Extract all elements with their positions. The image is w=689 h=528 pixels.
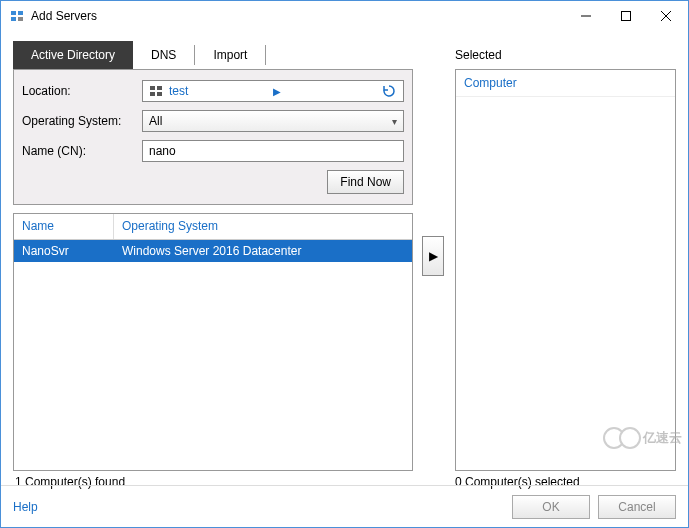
svg-rect-8 <box>150 86 155 90</box>
ou-icon <box>149 84 163 98</box>
refresh-icon[interactable] <box>381 83 397 99</box>
location-field[interactable]: test ▶ <box>142 80 404 102</box>
os-select[interactable]: All ▾ <box>142 110 404 132</box>
tab-import[interactable]: Import <box>195 41 265 69</box>
cancel-button[interactable]: Cancel <box>598 495 676 519</box>
name-input[interactable] <box>142 140 404 162</box>
result-name: NanoSvr <box>14 244 114 258</box>
location-label: Location: <box>22 84 142 98</box>
svg-rect-3 <box>18 17 23 21</box>
location-value: test <box>169 84 269 98</box>
tab-bar: Active Directory DNS Import <box>13 41 413 69</box>
window-title: Add Servers <box>31 9 566 23</box>
minimize-button[interactable] <box>566 2 606 30</box>
app-icon <box>9 8 25 24</box>
svg-rect-5 <box>622 12 631 21</box>
svg-rect-1 <box>18 11 23 15</box>
find-now-button[interactable]: Find Now <box>327 170 404 194</box>
arrow-right-icon: ▶ <box>429 249 438 263</box>
watermark: 亿速云 <box>603 427 682 449</box>
svg-rect-11 <box>157 92 162 96</box>
tab-active-directory[interactable]: Active Directory <box>13 41 133 69</box>
name-label: Name (CN): <box>22 144 142 158</box>
tab-dns[interactable]: DNS <box>133 41 194 69</box>
svg-rect-0 <box>11 11 16 15</box>
help-link[interactable]: Help <box>13 500 38 514</box>
column-header-os[interactable]: Operating System <box>114 214 412 239</box>
svg-rect-10 <box>150 92 155 96</box>
result-row[interactable]: NanoSvr Windows Server 2016 Datacenter <box>14 240 412 262</box>
svg-rect-2 <box>11 17 16 21</box>
filter-panel: Location: test ▶ Operating System: All ▾… <box>13 69 413 205</box>
selected-list: Computer <box>455 69 676 471</box>
result-os: Windows Server 2016 Datacenter <box>114 244 412 258</box>
chevron-right-icon: ▶ <box>273 86 281 97</box>
close-button[interactable] <box>646 2 686 30</box>
svg-rect-9 <box>157 86 162 90</box>
chevron-down-icon: ▾ <box>392 116 397 127</box>
tab-separator <box>265 45 266 65</box>
results-list: Name Operating System NanoSvr Windows Se… <box>13 213 413 471</box>
title-bar: Add Servers <box>1 1 688 31</box>
column-header-computer[interactable]: Computer <box>456 70 675 97</box>
os-value: All <box>149 114 162 128</box>
selected-label: Selected <box>455 41 676 69</box>
os-label: Operating System: <box>22 114 142 128</box>
ok-button[interactable]: OK <box>512 495 590 519</box>
add-to-selected-button[interactable]: ▶ <box>422 236 444 276</box>
column-header-name[interactable]: Name <box>14 214 114 239</box>
watermark-text: 亿速云 <box>643 429 682 447</box>
maximize-button[interactable] <box>606 2 646 30</box>
